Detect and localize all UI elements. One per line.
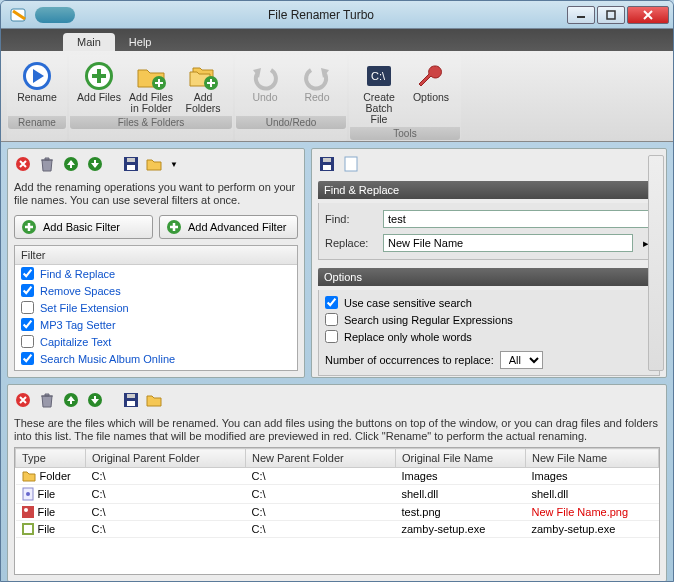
open-icon[interactable] <box>146 391 164 409</box>
title-toggle[interactable] <box>35 7 75 23</box>
new-doc-icon[interactable] <box>342 155 360 173</box>
filter-list[interactable]: Filter Find & ReplaceRemove SpacesSet Fi… <box>14 245 298 371</box>
remove-filter-icon[interactable] <box>14 155 32 173</box>
folder-plus-icon <box>135 60 167 92</box>
filter-checkbox[interactable] <box>21 267 34 280</box>
folders-plus-icon <box>187 60 219 92</box>
redo-button[interactable]: Redo <box>292 58 342 114</box>
regex-checkbox[interactable] <box>325 313 338 326</box>
save-icon[interactable] <box>318 155 336 173</box>
svg-rect-28 <box>127 394 135 398</box>
maximize-button[interactable] <box>597 6 625 24</box>
save-icon[interactable] <box>122 155 140 173</box>
remove-file-icon[interactable] <box>14 391 32 409</box>
filter-checkbox[interactable] <box>21 284 34 297</box>
delete-icon[interactable] <box>38 155 56 173</box>
add-advanced-filter-button[interactable]: Add Advanced Filter <box>159 215 298 239</box>
filter-item[interactable]: Remove Spaces <box>15 282 297 299</box>
filter-item[interactable]: Capitalize Text <box>15 333 297 350</box>
add-files-icon <box>83 60 115 92</box>
move-up-icon[interactable] <box>62 391 80 409</box>
table-row[interactable]: FileC:\C:\test.pngNew File Name.png <box>16 504 659 521</box>
svg-rect-20 <box>323 165 331 170</box>
title-bar[interactable]: File Renamer Turbo <box>1 1 673 29</box>
svg-rect-15 <box>127 165 135 170</box>
move-up-icon[interactable] <box>62 155 80 173</box>
find-label: Find: <box>325 213 377 225</box>
add-folders-button[interactable]: Add Folders <box>178 58 228 114</box>
scrollbar[interactable] <box>648 155 664 371</box>
ribbon: Rename Rename Add Files Add Files in Fol… <box>1 51 673 142</box>
save-icon[interactable] <box>122 391 140 409</box>
replace-label: Replace: <box>325 237 377 249</box>
plus-icon <box>166 219 182 235</box>
occurrences-select[interactable]: All <box>500 351 543 369</box>
occurrences-label: Number of occurrences to replace: <box>325 354 494 366</box>
find-replace-header: Find & Replace <box>318 181 660 199</box>
ribbon-tabs: Main Help <box>1 29 673 51</box>
files-panel: These are the files which will be rename… <box>7 384 667 582</box>
delete-icon[interactable] <box>38 391 56 409</box>
create-batch-button[interactable]: C:\ Create Batch File <box>354 58 404 125</box>
svg-rect-27 <box>127 401 135 406</box>
group-tools-label: Tools <box>350 127 460 140</box>
filter-label: MP3 Tag Setter <box>40 319 116 331</box>
add-basic-filter-button[interactable]: Add Basic Filter <box>14 215 153 239</box>
table-row[interactable]: FileC:\C:\zamby-setup.exezamby-setup.exe <box>16 521 659 538</box>
undo-button[interactable]: Undo <box>240 58 290 114</box>
move-down-icon[interactable] <box>86 391 104 409</box>
svg-rect-2 <box>607 11 615 19</box>
tab-help[interactable]: Help <box>115 33 166 51</box>
filter-item[interactable]: Search Music Album Online <box>15 350 297 367</box>
col-ofn[interactable]: Original File Name <box>396 449 526 468</box>
wrench-icon <box>415 60 447 92</box>
svg-rect-34 <box>24 525 32 533</box>
filter-item[interactable]: Set File Extension <box>15 299 297 316</box>
files-description: These are the files which will be rename… <box>14 417 660 443</box>
app-window: File Renamer Turbo Main Help Rename Rena… <box>0 0 674 582</box>
col-npf[interactable]: New Parent Folder <box>246 449 396 468</box>
col-opf[interactable]: Original Parent Folder <box>86 449 246 468</box>
rename-button[interactable]: Rename <box>12 58 62 114</box>
filter-column-header[interactable]: Filter <box>15 246 297 265</box>
filter-settings-panel: Find & Replace Find: Replace: ▸ Options … <box>311 148 667 378</box>
terminal-icon: C:\ <box>363 60 395 92</box>
replace-input[interactable] <box>383 234 633 252</box>
filter-checkbox[interactable] <box>21 318 34 331</box>
options-button[interactable]: Options <box>406 58 456 125</box>
svg-point-32 <box>24 508 28 512</box>
undo-icon <box>249 60 281 92</box>
minimize-button[interactable] <box>567 6 595 24</box>
case-sensitive-checkbox[interactable] <box>325 296 338 309</box>
close-button[interactable] <box>627 6 669 24</box>
filter-checkbox[interactable] <box>21 335 34 348</box>
col-type[interactable]: Type <box>16 449 86 468</box>
table-row[interactable]: FolderC:\C:\ImagesImages <box>16 468 659 485</box>
filter-label: Find & Replace <box>40 268 115 280</box>
filter-label: Search Music Album Online <box>40 353 175 365</box>
whole-words-checkbox[interactable] <box>325 330 338 343</box>
filter-item[interactable]: Find & Replace <box>15 265 297 282</box>
tab-main[interactable]: Main <box>63 33 115 51</box>
filter-label: Capitalize Text <box>40 336 111 348</box>
filter-checkbox[interactable] <box>21 352 34 365</box>
svg-point-30 <box>26 492 30 496</box>
filter-item[interactable]: MP3 Tag Setter <box>15 316 297 333</box>
add-files-button[interactable]: Add Files <box>74 58 124 114</box>
redo-icon <box>301 60 333 92</box>
dropdown-arrow-icon[interactable]: ▼ <box>170 160 178 169</box>
svg-text:C:\: C:\ <box>371 70 386 82</box>
open-icon[interactable] <box>146 155 164 173</box>
col-nfn[interactable]: New File Name <box>526 449 659 468</box>
table-row[interactable]: FileC:\C:\shell.dllshell.dll <box>16 485 659 504</box>
play-icon <box>21 60 53 92</box>
filter-label: Set File Extension <box>40 302 129 314</box>
filters-panel: ▼ Add the renaming operations you want t… <box>7 148 305 378</box>
find-input[interactable] <box>383 210 653 228</box>
move-down-icon[interactable] <box>86 155 104 173</box>
files-table[interactable]: Type Original Parent Folder New Parent F… <box>15 448 659 538</box>
svg-rect-21 <box>323 158 331 162</box>
svg-rect-16 <box>127 158 135 162</box>
add-files-folder-button[interactable]: Add Files in Folder <box>126 58 176 114</box>
filter-checkbox[interactable] <box>21 301 34 314</box>
